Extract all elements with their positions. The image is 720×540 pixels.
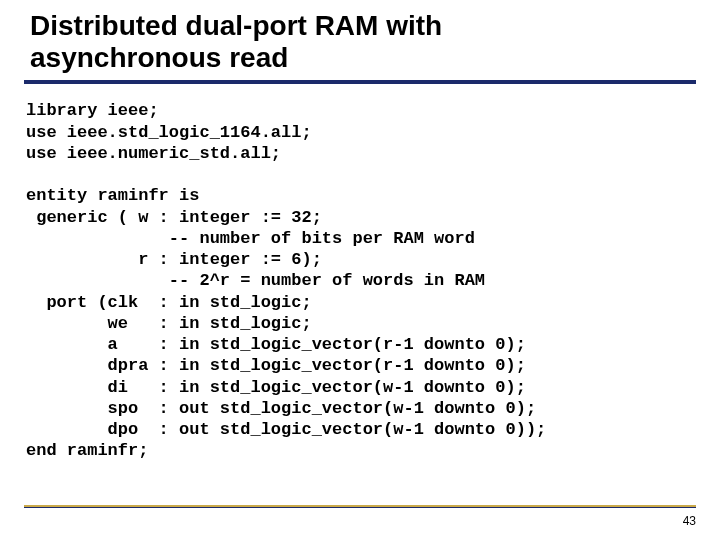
code-block: library ieee; use ieee.std_logic_1164.al…	[24, 100, 696, 461]
slide: Distributed dual-port RAM with asynchron…	[0, 0, 720, 540]
title-line-1: Distributed dual-port RAM with	[30, 10, 442, 41]
page-number: 43	[683, 514, 696, 528]
slide-title: Distributed dual-port RAM with asynchron…	[24, 10, 696, 84]
footer-rule	[24, 505, 696, 508]
title-line-2: asynchronous read	[30, 42, 288, 73]
